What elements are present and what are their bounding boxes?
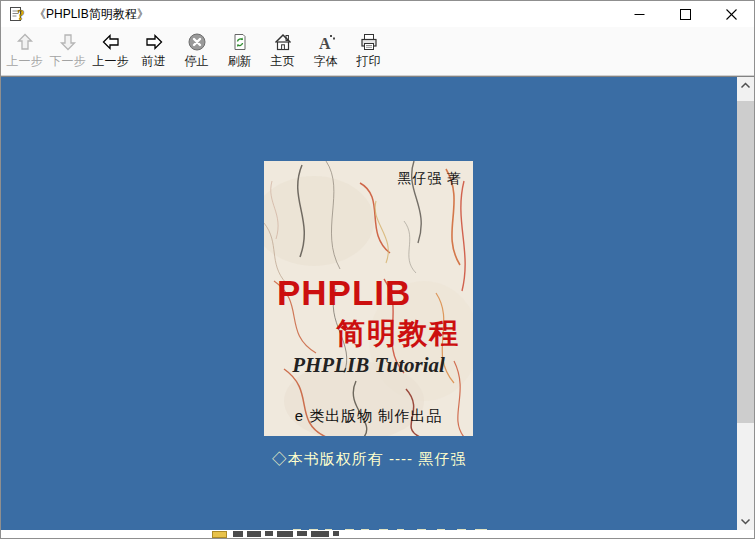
svg-text:?: ? [18, 8, 25, 23]
toolbar-label: 下一步 [50, 54, 86, 68]
arrow-right-icon [143, 31, 165, 53]
toolbar-button-home[interactable]: 主页 [261, 27, 304, 68]
toolbar-label: 上一步 [7, 54, 43, 68]
cover-title-en: PHPLIB [277, 273, 411, 313]
toolbar-button-print[interactable]: 打印 [347, 27, 390, 68]
maximize-icon [680, 9, 691, 20]
scrollbar-up-button[interactable] [737, 77, 754, 94]
print-icon [358, 31, 380, 53]
scrollbar-thumb[interactable] [737, 101, 754, 423]
close-button[interactable] [708, 1, 754, 27]
window-controls [616, 1, 754, 27]
toolbar-button-prev-step: 上一步 [3, 27, 46, 68]
window-title: 《PHPLIB简明教程》 [34, 6, 149, 23]
toolbar-button-refresh[interactable]: 刷新 [218, 27, 261, 68]
minimize-icon [634, 9, 645, 20]
toolbar-label: 上一步 [93, 54, 129, 68]
toolbar-label: 刷新 [228, 54, 252, 68]
folder-icon [212, 531, 227, 538]
close-icon [726, 9, 737, 20]
arrow-left-icon [100, 31, 122, 53]
arrow-down-icon [57, 31, 79, 53]
toolbar-button-forward[interactable]: 前进 [132, 27, 175, 68]
arrow-up-icon [14, 31, 36, 53]
cover-title-zh: 简明教程 [336, 314, 460, 354]
cover-author: 黑仔强 著 [398, 170, 463, 188]
toolbar-label: 停止 [185, 54, 209, 68]
clipped-content-fragments [233, 531, 243, 537]
toolbar-button-stop[interactable]: 停止 [175, 27, 218, 68]
help-viewer-window: ? 《PHPLIB简明教程》 上一步 下 [0, 0, 755, 539]
minimize-button[interactable] [616, 1, 662, 27]
clipped-bottom-row [1, 530, 754, 538]
help-book-icon: ? [9, 5, 27, 23]
stop-icon [186, 31, 208, 53]
toolbar-label: 前进 [142, 54, 166, 68]
font-icon: A [315, 31, 337, 53]
refresh-icon [229, 31, 251, 53]
cover-subtitle: PHPLIB Tutorial [264, 353, 473, 378]
page-content: 黑仔强 著 PHPLIB 简明教程 PHPLIB Tutorial e 类出版物… [1, 76, 754, 538]
book-cover-image: 黑仔强 著 PHPLIB 简明教程 PHPLIB Tutorial e 类出版物… [264, 161, 473, 436]
copyright-line: ◇本书版权所有 ---- 黑仔强 [1, 450, 737, 469]
svg-text:A: A [319, 35, 331, 52]
cover-publisher: e 类出版物 制作出品 [264, 407, 473, 426]
toolbar-button-next-step: 下一步 [46, 27, 89, 68]
title-bar[interactable]: ? 《PHPLIB简明教程》 [1, 1, 754, 27]
toolbar-label: 主页 [271, 54, 295, 68]
chevron-down-icon [739, 517, 752, 526]
toolbar-label: 字体 [314, 54, 338, 68]
toolbar-button-font[interactable]: A 字体 [304, 27, 347, 68]
toolbar: 上一步 下一步 上一步 前进 停止 [1, 27, 754, 76]
maximize-button[interactable] [662, 1, 708, 27]
chevron-up-icon [739, 81, 752, 90]
scrollbar-down-button[interactable] [737, 513, 754, 530]
vertical-scrollbar[interactable] [737, 77, 754, 530]
toolbar-button-back[interactable]: 上一步 [89, 27, 132, 68]
toolbar-label: 打印 [357, 54, 381, 68]
home-icon [272, 31, 294, 53]
